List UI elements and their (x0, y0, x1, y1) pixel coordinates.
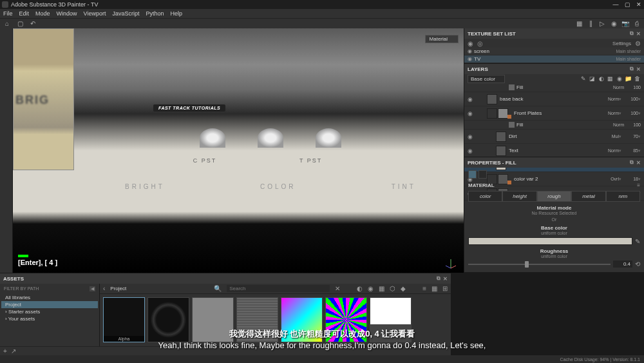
eye-icon[interactable]: ◉ (468, 148, 477, 154)
tree-your-assets[interactable]: › Your assets (1, 315, 98, 322)
send-to-icon[interactable]: ↗ (11, 348, 16, 355)
channel-nrm[interactable]: nrm (606, 191, 640, 202)
search-input[interactable] (227, 285, 330, 292)
uniform-color-label[interactable]: uniform color (468, 254, 640, 259)
settings-link[interactable]: Settings (612, 41, 631, 46)
gear-icon[interactable]: ⚙ (635, 40, 641, 47)
opacity[interactable]: 100 (623, 111, 638, 115)
filter-icon[interactable]: ▦ (379, 285, 384, 292)
menu-python[interactable]: Python (146, 10, 164, 17)
layer-name[interactable]: Dirt (509, 133, 598, 139)
render-icon[interactable]: ▷ (598, 20, 606, 28)
texture-set-item[interactable]: ◉ screen Main shader (464, 48, 644, 55)
material-mode-value[interactable]: No Resource Selected (468, 211, 640, 215)
eye-icon[interactable]: ◉ (468, 56, 474, 62)
layer-row[interactable]: ◉ Dirt Mul▾ 70▾ (464, 130, 644, 144)
asset-thumb[interactable] (192, 297, 234, 342)
close-icon[interactable]: ✕ (636, 66, 641, 72)
home-icon[interactable]: ⌂ (3, 20, 11, 28)
reset-icon[interactable]: ⟲ (635, 260, 640, 268)
shader-name[interactable]: Main shader (616, 49, 641, 54)
layer-thumb[interactable] (496, 132, 506, 142)
save-icon[interactable]: ▢ (16, 20, 24, 28)
delete-icon[interactable]: 🗑 (634, 75, 641, 83)
opacity[interactable]: 100 (623, 97, 638, 101)
menu-javascript[interactable]: JavaScript (112, 10, 139, 17)
screenshot-icon[interactable]: ⎙ (633, 20, 641, 28)
reference-image[interactable]: BRIG (13, 28, 74, 170)
visibility-toggle-icon[interactable]: ◉ (468, 40, 473, 47)
slider-handle[interactable] (525, 261, 529, 268)
channel-color[interactable]: color (468, 191, 502, 202)
view-grid-icon[interactable]: ▦ (431, 285, 437, 292)
menu-edit[interactable]: Edit (19, 10, 30, 17)
close-button[interactable]: ✕ (636, 1, 642, 8)
uniform-color-label[interactable]: uniform color (468, 231, 640, 235)
opacity[interactable]: 70 (623, 134, 638, 139)
view-large-icon[interactable]: ⊞ (442, 285, 448, 292)
opacity[interactable]: 100 (625, 123, 641, 127)
clear-search-icon[interactable]: ✕ (335, 285, 340, 292)
blend-mode[interactable]: Norm (598, 148, 619, 153)
eye-icon[interactable]: ◉ (468, 96, 477, 103)
wand-icon[interactable]: ✎ (580, 75, 587, 83)
color-swatch[interactable] (468, 237, 632, 245)
close-icon[interactable]: ✕ (636, 160, 641, 166)
add-fill-icon[interactable]: ◉ (616, 75, 623, 83)
layer-fill-sub[interactable]: Fill Norm 100 (464, 121, 644, 130)
eye-icon[interactable]: ◉ (468, 110, 477, 117)
asset-thumb[interactable] (147, 297, 189, 342)
close-icon[interactable]: ✕ (636, 31, 641, 37)
blend-mode[interactable]: Norm (603, 123, 624, 127)
maximize-button[interactable]: ▢ (624, 1, 630, 8)
add-group-icon[interactable]: 📁 (625, 75, 632, 83)
texture-set-item[interactable]: ◉ TV Main shader (464, 55, 644, 63)
filter-icon[interactable]: ◉ (368, 285, 374, 292)
mask-thumb[interactable] (487, 108, 497, 119)
channel-height[interactable]: height (502, 191, 536, 202)
layer-name[interactable]: Front Plates (514, 110, 598, 116)
material-menu-icon[interactable]: ≡ (637, 182, 640, 188)
layer-row[interactable]: ◉ Text Norm▾ 85▾ (464, 144, 644, 158)
eye-icon[interactable]: ◉ (468, 48, 474, 54)
blend-mode[interactable]: Norm (598, 111, 619, 115)
roughness-slider[interactable] (468, 264, 611, 265)
view-list-icon[interactable]: ≡ (422, 285, 426, 292)
pause-icon[interactable]: ‖ (587, 20, 594, 28)
layer-name[interactable]: Text (509, 148, 598, 153)
roughness-value[interactable]: 0.4 (613, 260, 632, 268)
layer-fill-sub[interactable]: Fill Norm 100 (464, 83, 644, 92)
menu-viewport[interactable]: Viewport (84, 10, 106, 17)
undo-icon[interactable]: ↶ (29, 20, 37, 28)
filter-icon[interactable]: ◆ (401, 285, 406, 292)
layer-thumb[interactable] (487, 94, 497, 104)
blend-mode[interactable]: Norm (598, 97, 619, 101)
viewport[interactable]: BRIG Material FAST TRACK TUTORIALS x C P… (13, 28, 464, 273)
solo-icon[interactable]: ◎ (477, 40, 483, 47)
undock-icon[interactable]: ⧉ (630, 30, 634, 37)
collapse-icon[interactable]: ◀ (90, 286, 95, 291)
opacity[interactable]: 100 (625, 85, 641, 90)
effect-icon[interactable]: ◪ (589, 75, 596, 83)
close-icon[interactable]: ✕ (443, 276, 448, 282)
material-dropdown[interactable]: Material (425, 35, 459, 43)
fill-tab-icon[interactable] (468, 170, 477, 179)
menu-file[interactable]: File (3, 10, 13, 17)
axis-gizmo[interactable] (444, 257, 457, 270)
layer-row-folder[interactable]: ◉ Front Plates Norm▾ 100▾ (464, 106, 644, 121)
tree-project[interactable]: Project (1, 301, 98, 308)
uv-tab-icon[interactable] (478, 170, 487, 179)
asset-thumb[interactable]: Alpha (103, 297, 145, 342)
iray-icon[interactable]: ◉ (610, 20, 618, 28)
camera-icon[interactable]: 📷 (621, 20, 629, 28)
layer-thumb[interactable] (496, 146, 506, 156)
import-icon[interactable]: + (3, 348, 7, 355)
menu-mode[interactable]: Mode (35, 10, 50, 17)
display-icon[interactable]: ▦ (575, 20, 583, 28)
undock-icon[interactable]: ⧉ (437, 275, 440, 282)
undock-icon[interactable]: ⧉ (630, 66, 634, 72)
opacity[interactable]: 85 (623, 148, 638, 153)
menu-help[interactable]: Help (170, 10, 182, 17)
dropper-icon[interactable]: ✎ (635, 238, 640, 245)
shader-name[interactable]: Main shader (616, 57, 641, 61)
